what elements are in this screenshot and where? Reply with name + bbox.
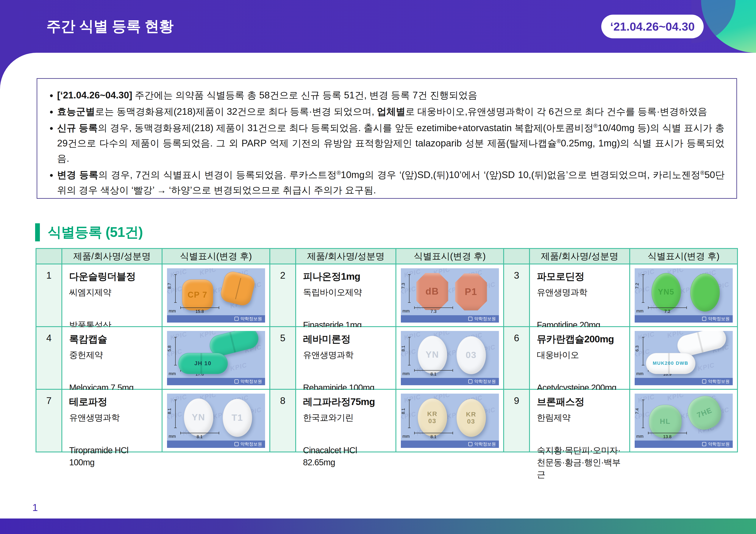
- product-cell: 브론패스정 한림제약 숙지황·목단피·오미자·천문동·황금·행인·백부근: [530, 390, 630, 452]
- pill-image: KPICKPICKPICKPICKPICKPICKPICKPIC YN T1 8…: [167, 394, 265, 448]
- company-name: 대웅바이오: [537, 349, 623, 361]
- image-footer: 약학정보원: [401, 378, 499, 385]
- pill-back: T1: [223, 399, 252, 437]
- height-dimension-label: 8.1: [167, 408, 172, 414]
- pill-front: JH 10: [178, 353, 228, 374]
- col-header-product: 제품/회사명/성분명: [62, 249, 162, 265]
- imprint-text: T1: [231, 413, 243, 423]
- row-number-cell: 2: [270, 265, 296, 327]
- pill-front: YN5: [652, 273, 681, 311]
- width-dimension-label: 13.8: [648, 434, 687, 439]
- col-header-mark: 식별표시(변경 후): [630, 249, 738, 265]
- product-name: 파모로딘정: [537, 270, 623, 283]
- pill-back: KR 03: [456, 399, 486, 437]
- info-source-label: 약학정보원: [240, 441, 262, 447]
- kpic-watermark: KPIC: [229, 361, 248, 372]
- width-dimension-label: 7.3: [414, 309, 453, 314]
- vertical-ruler: [643, 337, 643, 366]
- kpic-logo-icon: [234, 442, 239, 446]
- kpic-watermark: KPIC: [637, 331, 656, 342]
- pill-back: 7HE: [683, 394, 726, 434]
- summary-bullet: [‘21.04.26~04.30] 주간에는 의약품 식별등록 총 58건으로 …: [57, 88, 724, 103]
- kpic-watermark: KPIC: [169, 394, 188, 404]
- mm-unit-label: mm: [636, 371, 643, 376]
- mm-unit-label: mm: [403, 434, 410, 439]
- width-dimension-label: 7.2: [648, 309, 687, 314]
- mm-unit-label: mm: [636, 434, 643, 439]
- summary-box: [‘21.04.26~04.30] 주간에는 의약품 식별등록 총 58건으로 …: [37, 78, 737, 199]
- height-dimension-label: 8.1: [401, 345, 406, 351]
- pill-front: MUK200 DWB: [646, 353, 695, 374]
- kpic-logo-icon: [234, 379, 239, 384]
- info-source-label: 약학정보원: [474, 441, 496, 447]
- row-number-cell: 6: [504, 327, 530, 390]
- imprint-text: YN: [426, 350, 439, 360]
- product-cell: 피나온정1mg 독립바이오제약 Finasteride 1mg: [296, 265, 396, 327]
- mm-unit-label: mm: [403, 371, 410, 376]
- row-number-cell: 3: [504, 265, 530, 327]
- summary-bullet: 효능군별로는 동맥경화용제(218)제품이 32건으로 최다 등록·변경 되었으…: [57, 104, 724, 119]
- summary-list: [‘21.04.26~04.30] 주간에는 의약품 식별등록 총 58건으로 …: [43, 88, 724, 198]
- height-dimension-label: 8.1: [401, 408, 406, 414]
- identification-cell: KPICKPICKPICKPICKPICKPICKPICKPIC HL 7HE …: [630, 390, 738, 452]
- imprint-text: YN: [192, 412, 205, 422]
- product-name: 록캄캡슐: [69, 333, 156, 345]
- height-dimension-label: 5.8: [167, 345, 172, 351]
- row-number-cell: 7: [37, 390, 62, 452]
- horizontal-ruler: [180, 433, 219, 433]
- horizontal-ruler: [414, 370, 453, 370]
- product-cell: 레그파라정75mg 한국쿄와기린 Cinacalcet HCl 82.65mg: [296, 390, 396, 452]
- vertical-ruler: [409, 400, 410, 428]
- height-dimension-label: 6.3: [635, 345, 640, 351]
- vertical-ruler: [643, 400, 643, 428]
- vertical-ruler: [175, 274, 176, 303]
- identification-cell: KPICKPICKPICKPICKPICKPICKPICKPIC MUK200 …: [630, 327, 738, 390]
- product-cell: 뮤카란캡슐200mg 대웅바이오 Acetylcysteine 200mg: [530, 327, 630, 390]
- company-name: 한국쿄와기린: [303, 412, 390, 423]
- identification-cell: KPICKPICKPICKPICKPICKPICKPICKPIC YN T1 8…: [162, 390, 270, 452]
- kpic-logo-icon: [468, 379, 472, 384]
- product-name: 레바미론정: [303, 333, 390, 345]
- image-footer: 약학정보원: [167, 315, 265, 322]
- product-cell: 테로파정 유앤생명과학 Tiropramide HCl 100mg: [62, 390, 162, 452]
- identification-cell: KPICKPICKPICKPICKPICKPICKPICKPIC YN5 7.2…: [630, 265, 738, 327]
- mm-unit-label: mm: [403, 309, 410, 314]
- image-footer: 약학정보원: [167, 378, 265, 385]
- pill-front: dB: [417, 273, 448, 310]
- pill-back: P1: [455, 273, 487, 311]
- height-dimension-label: 8.7: [167, 283, 172, 289]
- image-footer: 약학정보원: [635, 378, 733, 385]
- identification-cell: KPICKPICKPICKPICKPICKPICKPICKPIC JH 10 5…: [162, 327, 270, 390]
- width-dimension-label: 15.8: [180, 309, 219, 314]
- company-name: 유앤생명과학: [303, 349, 390, 361]
- section-title: 식별등록 (51건): [48, 223, 143, 242]
- info-source-label: 약학정보원: [708, 316, 730, 322]
- kpic-logo-icon: [702, 317, 706, 321]
- height-dimension-label: 7.3: [401, 283, 406, 289]
- width-dimension-label: 8.1: [414, 372, 453, 377]
- identification-cell: KPICKPICKPICKPICKPICKPICKPICKPIC CP 7 8.…: [162, 265, 270, 327]
- info-source-label: 약학정보원: [240, 316, 262, 322]
- pill-image: KPICKPICKPICKPICKPICKPICKPICKPIC JH 10 5…: [167, 331, 265, 385]
- row-number-cell: 9: [504, 390, 530, 452]
- product-cell: 레바미론정 유앤생명과학 Rebamipide 100mg: [296, 327, 396, 390]
- info-source-label: 약학정보원: [708, 441, 730, 447]
- info-source-label: 약학정보원: [240, 378, 262, 384]
- row-number-cell: 8: [270, 390, 296, 452]
- info-source-label: 약학정보원: [474, 378, 496, 384]
- imprint-text: YN5: [658, 288, 674, 296]
- mm-unit-label: mm: [636, 309, 643, 314]
- width-dimension-label: 8.1: [414, 434, 453, 439]
- kpic-watermark: KPIC: [169, 268, 188, 279]
- pill-back: [690, 273, 720, 312]
- ingredient-name: Cinacalcet HCl 82.65mg: [303, 444, 390, 468]
- kpic-watermark: KPIC: [199, 268, 217, 277]
- vertical-ruler: [409, 274, 410, 303]
- section-head: 식별등록 (51건): [35, 223, 143, 242]
- registration-table: 제품/회사명/성분명 식별표시(변경 후) 제품/회사명/성분명 식별표시(변경…: [36, 248, 738, 452]
- mm-unit-label: mm: [169, 434, 176, 439]
- kpic-logo-icon: [468, 442, 472, 446]
- col-header-mark: 식별표시(변경 후): [396, 249, 504, 265]
- image-footer: 약학정보원: [635, 441, 733, 448]
- kpic-watermark: KPIC: [637, 394, 656, 404]
